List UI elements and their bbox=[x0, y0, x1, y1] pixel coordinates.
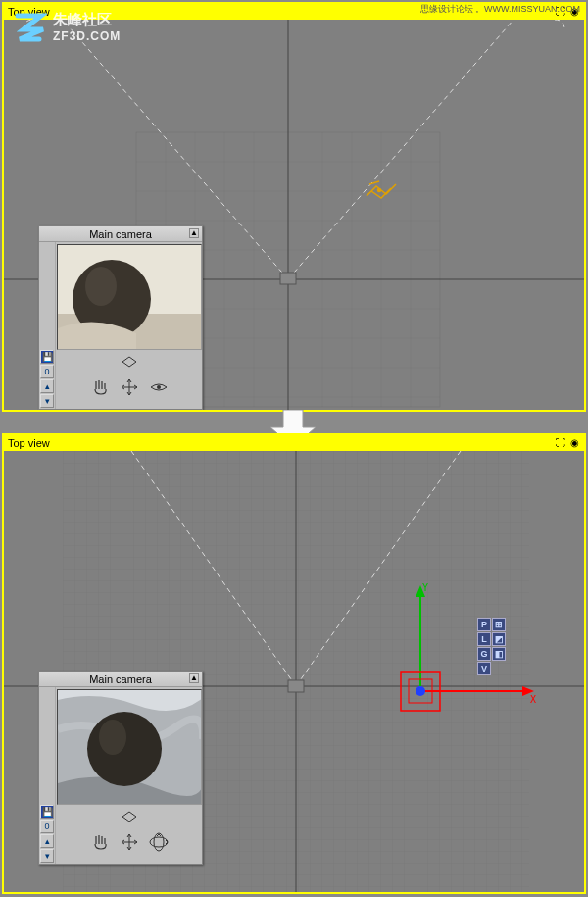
svg-point-26 bbox=[85, 267, 117, 306]
viewport-canvas-bottom[interactable]: Y X P ⊞ L ◩ G ◧ V Main camera bbox=[4, 451, 584, 892]
svg-point-43 bbox=[99, 720, 126, 755]
toggle-extra-2[interactable]: ◧ bbox=[492, 647, 506, 661]
watermark-logo: 朱峰社区 ZF3D.COM bbox=[14, 10, 121, 43]
nav-button-row bbox=[56, 352, 202, 374]
eye-icon[interactable] bbox=[147, 375, 171, 399]
svg-rect-21 bbox=[280, 273, 296, 284]
watermark-line2: ZF3D.COM bbox=[53, 29, 121, 43]
down-arrow-icon[interactable]: ▾ bbox=[40, 849, 54, 863]
viewport-canvas-top[interactable]: Main camera ▲ 💾 0 ▴ ▾ bbox=[4, 20, 584, 410]
camera-preview-panel: Main camera ▲ 💾 0 ▴ ▾ bbox=[38, 225, 203, 410]
svg-line-20 bbox=[288, 20, 514, 279]
down-arrow-icon[interactable]: ▾ bbox=[40, 394, 54, 408]
view-toggle-group: P ⊞ L ◩ G ◧ V bbox=[477, 618, 506, 675]
viewport-top: Top view ⛶ ◉ bbox=[2, 2, 586, 412]
svg-point-38 bbox=[416, 686, 425, 696]
panel-title: Main camera bbox=[89, 228, 152, 240]
move-arrows-icon[interactable] bbox=[118, 375, 141, 399]
pan-hand-icon[interactable] bbox=[88, 830, 112, 854]
nav-button-row bbox=[56, 807, 202, 828]
titlebar-icons: ⛶ ◉ bbox=[555, 436, 580, 448]
render-preview bbox=[57, 244, 202, 350]
watermark-line1: 朱峰社区 bbox=[53, 11, 121, 29]
camera-preview-panel: Main camera ▲ 💾 0 ▴ ▾ bbox=[38, 671, 203, 865]
panel-title-bar[interactable]: Main camera ▲ bbox=[39, 672, 202, 687]
svg-point-42 bbox=[87, 712, 162, 786]
camera-icon[interactable]: ◉ bbox=[568, 436, 580, 448]
panel-side-toolbar: 💾 0 ▴ ▾ bbox=[39, 687, 56, 864]
svg-point-45 bbox=[154, 833, 164, 851]
zero-button[interactable]: 0 bbox=[40, 820, 54, 833]
toggle-g[interactable]: G bbox=[477, 647, 491, 661]
viewport-title: Top view bbox=[8, 437, 50, 449]
up-arrow-icon[interactable]: ▴ bbox=[40, 834, 54, 848]
collapse-icon[interactable]: ▲ bbox=[189, 673, 199, 683]
move-arrows-icon[interactable] bbox=[118, 830, 141, 854]
nav-button-row-2 bbox=[56, 828, 202, 858]
toggle-l[interactable]: L bbox=[477, 632, 491, 646]
watermark-right: 思缘设计论坛 。WWW.MISSYUAN.COM bbox=[420, 3, 581, 16]
viewport-title-bar: Top view ⛶ ◉ bbox=[4, 435, 584, 451]
up-arrow-icon[interactable]: ▴ bbox=[40, 379, 54, 393]
maximize-icon[interactable]: ⛶ bbox=[555, 436, 566, 448]
save-icon[interactable]: 💾 bbox=[40, 805, 54, 819]
pan-hand-icon[interactable] bbox=[88, 375, 112, 399]
nav-button-row-2 bbox=[56, 374, 202, 403]
y-axis-label: Y bbox=[422, 583, 428, 593]
panel-title: Main camera bbox=[89, 673, 152, 685]
move-gizmo[interactable]: Y X bbox=[362, 583, 538, 730]
toggle-screen-icon[interactable]: ⊞ bbox=[492, 618, 506, 631]
light-gizmo[interactable] bbox=[362, 176, 401, 206]
viewport-bottom: Top view ⛶ ◉ bbox=[2, 433, 586, 894]
svg-point-22 bbox=[378, 189, 381, 192]
diamond-tool-icon[interactable] bbox=[56, 809, 202, 824]
collapse-icon[interactable]: ▲ bbox=[189, 228, 199, 238]
svg-point-44 bbox=[150, 837, 168, 847]
orbit-icon[interactable] bbox=[147, 830, 171, 854]
toggle-p[interactable]: P bbox=[477, 618, 491, 631]
render-preview bbox=[57, 689, 202, 805]
panel-side-toolbar: 💾 0 ▴ ▾ bbox=[39, 242, 56, 409]
svg-rect-33 bbox=[288, 680, 304, 692]
x-axis-label: X bbox=[530, 694, 536, 705]
save-icon[interactable]: 💾 bbox=[40, 350, 54, 364]
toggle-extra-1[interactable]: ◩ bbox=[492, 632, 506, 646]
toggle-v[interactable]: V bbox=[477, 662, 491, 675]
panel-title-bar[interactable]: Main camera ▲ bbox=[39, 226, 202, 242]
diamond-tool-icon[interactable] bbox=[56, 354, 202, 370]
svg-point-27 bbox=[157, 385, 161, 389]
zero-button[interactable]: 0 bbox=[40, 365, 54, 378]
